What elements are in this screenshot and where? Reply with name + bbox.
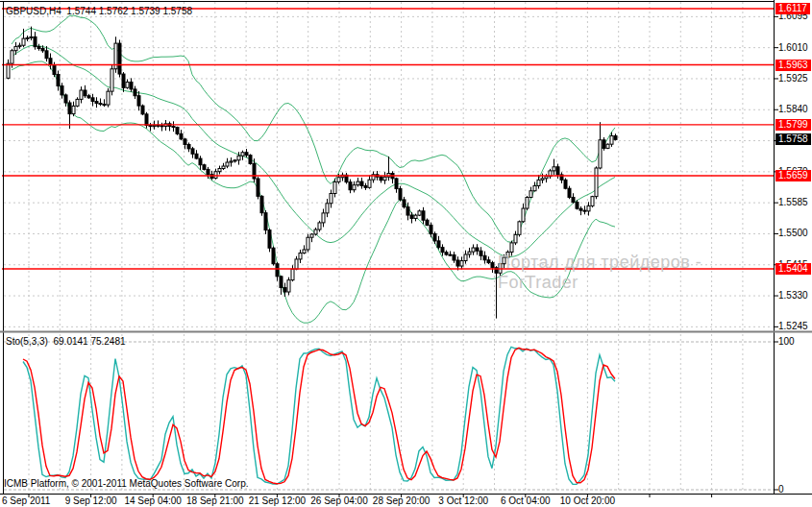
stochastic-main-line (23, 347, 615, 484)
price-tick-label: 1.5840 (778, 104, 808, 114)
current-price-box: 1.5758 (775, 133, 811, 145)
axis-ticks (29, 16, 778, 497)
price-tick-label: 1.5245 (778, 321, 808, 331)
level-price-box: 1.5799 (775, 119, 811, 131)
level-price-box: 1.5659 (775, 170, 811, 181)
indicator-scale-label: 0 (778, 484, 784, 495)
chart-window: Портал для трейдеров - ForTrader GBPUSD,… (0, 0, 812, 507)
level-price-box: 1.6117 (775, 3, 810, 14)
bollinger-middle-line (12, 46, 615, 257)
time-tick-label: 6 Sep 2011 (2, 495, 50, 506)
stochastic-name: Sto(5,3,3) (6, 336, 48, 347)
ohlc-values: 1.5744 1.5762 1.5739 1.5758 (66, 6, 192, 16)
symbol-ohlc-header: GBPUSD,H4 1.5744 1.5762 1.5739 1.5758 (6, 6, 192, 16)
bollinger-lower-line (12, 61, 615, 323)
stochastic-pane[interactable] (23, 347, 615, 484)
price-tick-label: 1.5500 (778, 228, 808, 238)
price-tick-label: 1.6010 (778, 42, 808, 53)
level-price-box: 1.5963 (775, 60, 811, 71)
price-tick-label: 1.5925 (778, 73, 808, 84)
price-tick-label: 1.5330 (778, 290, 808, 301)
indicator-scale-label: 100 (778, 336, 795, 347)
time-tick-label: 10 Oct 20:00 (549, 495, 626, 506)
level-price-box: 1.5404 (775, 263, 811, 275)
stochastic-signal-line (23, 348, 615, 483)
chart-canvas[interactable] (0, 0, 812, 507)
stochastic-header: Sto(5,3,3) 69.0141 75.2481 (6, 336, 126, 347)
platform-copyright: ICMB Platform, © 2001-2011 MetaQuotes So… (4, 478, 249, 489)
bollinger-bands (12, 15, 615, 323)
price-tick-label: 1.5585 (778, 197, 808, 207)
stochastic-values: 69.0141 75.2481 (53, 336, 125, 347)
symbol-label: GBPUSD,H4 (6, 6, 62, 16)
